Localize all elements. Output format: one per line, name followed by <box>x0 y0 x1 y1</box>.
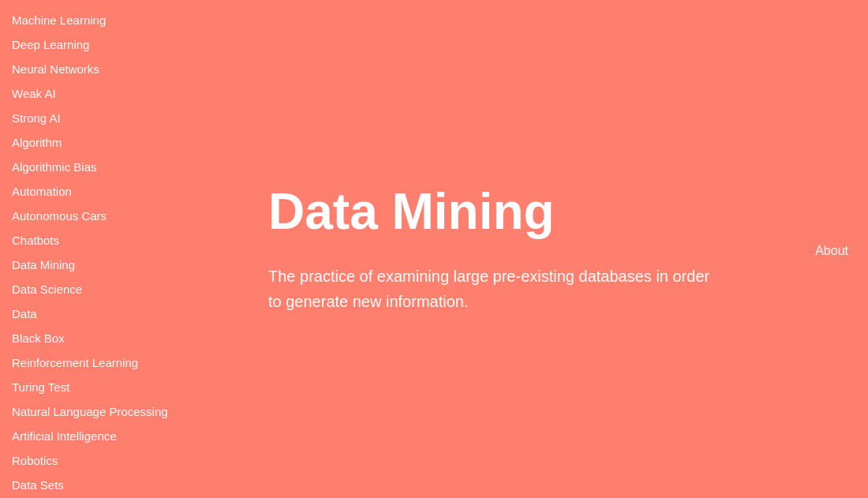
sidebar-item-data-sets[interactable]: Data Sets <box>12 473 209 497</box>
sidebar-item-data[interactable]: Data <box>12 301 209 326</box>
sidebar: Machine Learning Deep Learning Neural Ne… <box>0 0 221 498</box>
page-description: The practice of examining large pre-exis… <box>268 264 710 314</box>
content-inner: Data Mining The practice of examining la… <box>268 184 710 313</box>
sidebar-item-data-mining[interactable]: Data Mining <box>12 253 209 277</box>
sidebar-item-neural-networks[interactable]: Neural Networks <box>12 57 209 81</box>
sidebar-item-robotics[interactable]: Robotics <box>12 448 209 473</box>
about-link[interactable]: About <box>815 244 848 258</box>
sidebar-item-autonomous-cars[interactable]: Autonomous Cars <box>12 204 209 228</box>
sidebar-item-chatbots[interactable]: Chatbots <box>12 228 209 253</box>
sidebar-item-automation[interactable]: Automation <box>12 179 209 204</box>
sidebar-item-natural-language-processing[interactable]: Natural Language Processing <box>12 399 209 424</box>
sidebar-item-turing-test[interactable]: Turing Test <box>12 375 209 399</box>
sidebar-item-black-box[interactable]: Black Box <box>12 326 209 350</box>
sidebar-item-algorithmic-bias[interactable]: Algorithmic Bias <box>12 155 209 179</box>
page-title: Data Mining <box>268 184 710 239</box>
main-content: Data Mining The practice of examining la… <box>221 0 868 498</box>
sidebar-item-deep-learning[interactable]: Deep Learning <box>12 32 209 57</box>
sidebar-item-machine-learning[interactable]: Machine Learning <box>12 8 209 32</box>
sidebar-item-reinforcement-learning[interactable]: Reinforcement Learning <box>12 350 209 375</box>
sidebar-item-data-science[interactable]: Data Science <box>12 277 209 301</box>
sidebar-item-artificial-intelligence[interactable]: Artificial Intelligence <box>12 424 209 448</box>
sidebar-item-weak-ai[interactable]: Weak AI <box>12 81 209 106</box>
sidebar-item-strong-ai[interactable]: Strong AI <box>12 106 209 130</box>
sidebar-item-algorithm[interactable]: Algorithm <box>12 130 209 155</box>
